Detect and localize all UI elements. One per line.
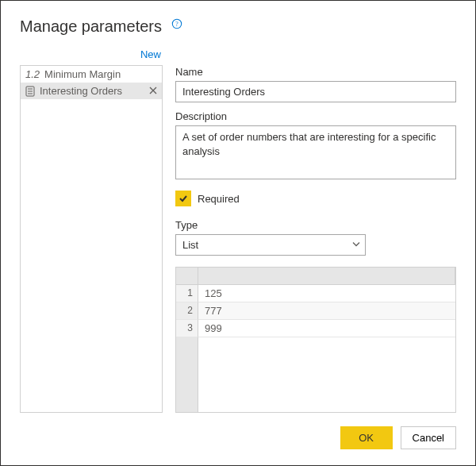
grid-filler <box>176 337 198 413</box>
type-select[interactable] <box>175 234 366 256</box>
required-checkbox[interactable] <box>175 191 191 206</box>
parameter-item-prefix: 1.2 <box>25 68 40 80</box>
parameters-pane: New 1.2 Minimum Margin Interesting Order… <box>20 44 163 413</box>
description-label: Description <box>175 110 456 122</box>
description-input[interactable]: A set of order numbers that are interest… <box>175 125 456 179</box>
list-icon <box>25 86 35 97</box>
parameters-list: 1.2 Minimum Margin Interesting Orders <box>20 65 163 413</box>
grid-cell[interactable]: 125 <box>198 285 455 302</box>
dialog-footer: OK Cancel <box>340 426 456 449</box>
grid-column-header <box>198 268 455 285</box>
type-select-value[interactable] <box>175 234 366 256</box>
ok-button[interactable]: OK <box>340 426 393 449</box>
close-icon[interactable] <box>149 85 157 97</box>
grid-row-number: 3 <box>176 320 198 337</box>
grid-row-number: 2 <box>176 302 198 320</box>
dialog-content: New 1.2 Minimum Margin Interesting Order… <box>1 36 475 413</box>
type-label: Type <box>175 219 456 231</box>
parameter-item[interactable]: 1.2 Minimum Margin <box>21 66 162 83</box>
grid-filler <box>198 337 455 413</box>
dialog-title: Manage parameters ? <box>1 1 475 36</box>
grid-cell[interactable]: 999 <box>198 320 455 337</box>
cancel-button[interactable]: Cancel <box>401 426 456 449</box>
parameter-form: Name Description A set of order numbers … <box>175 44 456 413</box>
help-icon[interactable]: ? <box>171 15 182 33</box>
list-values-grid[interactable]: 1 125 2 777 3 999 <box>175 267 456 413</box>
grid-corner-header <box>176 268 198 285</box>
required-row: Required <box>175 191 456 206</box>
parameter-item[interactable]: Interesting Orders <box>21 83 162 99</box>
new-parameter-link[interactable]: New <box>20 44 163 65</box>
required-label: Required <box>198 193 240 205</box>
name-input[interactable] <box>175 81 456 102</box>
svg-text:?: ? <box>175 21 178 28</box>
grid-cell[interactable]: 777 <box>198 302 455 320</box>
parameter-item-label: Minimum Margin <box>44 68 144 80</box>
grid-row-number: 1 <box>176 285 198 302</box>
dialog-title-text: Manage parameters <box>20 17 162 35</box>
name-label: Name <box>175 66 456 78</box>
parameter-item-label: Interesting Orders <box>40 85 144 97</box>
